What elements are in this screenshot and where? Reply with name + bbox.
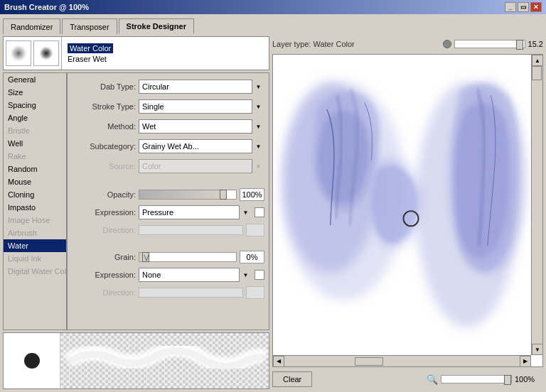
scrollbar-left-button[interactable]: ◀ bbox=[273, 356, 284, 367]
scrollbar-track-horizontal[interactable] bbox=[284, 356, 520, 366]
opacity-slider[interactable] bbox=[139, 190, 237, 200]
method-select[interactable]: Wet Dry bbox=[139, 119, 264, 134]
canvas-area[interactable]: ▲ ▼ ◀ ▶ bbox=[272, 54, 543, 367]
minimize-button[interactable]: _ bbox=[505, 2, 516, 12]
props-panel: Dab Type: Circular Static Bristle ▼ Stro… bbox=[67, 72, 269, 330]
grain-expression-checkbox[interactable] bbox=[255, 270, 264, 280]
cat-well[interactable]: Well bbox=[4, 137, 66, 150]
opacity-value: 100% bbox=[240, 188, 264, 201]
dab-type-label: Dab Type: bbox=[72, 82, 136, 91]
cat-digital-water-color[interactable]: Digital Water Color bbox=[4, 265, 66, 278]
grain-slider[interactable] bbox=[139, 252, 237, 262]
grain-row: Grain: 0% bbox=[72, 251, 264, 263]
cat-cloning[interactable]: Cloning bbox=[4, 188, 66, 201]
zoom-slider[interactable] bbox=[441, 375, 512, 383]
canvas-scrollbar-vertical[interactable]: ▲ ▼ bbox=[531, 55, 542, 355]
two-col: General Size Spacing Angle Bristle Well … bbox=[3, 72, 269, 330]
subcategory-label: Subcategory: bbox=[72, 142, 136, 151]
grain-value: 0% bbox=[240, 251, 264, 263]
source-wrapper: Color ▼ bbox=[139, 159, 264, 173]
cat-airbrush[interactable]: Airbrush bbox=[4, 227, 66, 239]
canvas-scrollbar-horizontal[interactable]: ◀ ▶ bbox=[273, 355, 531, 366]
cat-general[interactable]: General bbox=[4, 73, 66, 86]
cat-image-hose[interactable]: Image Hose bbox=[4, 214, 66, 227]
painting-svg bbox=[273, 55, 531, 355]
dab-type-wrapper: Circular Static Bristle ▼ bbox=[139, 80, 264, 94]
grain-direction-label: Direction: bbox=[72, 288, 136, 297]
zoom-row: 🔍 100% bbox=[427, 374, 543, 385]
source-select[interactable]: Color bbox=[139, 159, 264, 173]
grain-expression-select[interactable]: None Pressure Velocity bbox=[139, 268, 252, 282]
category-list: General Size Spacing Angle Bristle Well … bbox=[3, 72, 67, 330]
preview-dot-area bbox=[4, 333, 60, 388]
stroke-type-label: Stroke Type: bbox=[72, 102, 136, 111]
opacity-direction-label: Direction: bbox=[72, 226, 136, 234]
brush-name-eraser-wet[interactable]: Eraser Wet bbox=[68, 55, 113, 63]
tab-transposer[interactable]: Transposer bbox=[62, 18, 117, 34]
cat-bristle[interactable]: Bristle bbox=[4, 124, 66, 137]
cat-angle[interactable]: Angle bbox=[4, 111, 66, 124]
canvas-top-slider[interactable] bbox=[454, 40, 525, 48]
main-container: Randomizer Transposer Stroke Designer bbox=[0, 14, 546, 392]
preview-stroke-area bbox=[60, 333, 269, 388]
cat-water[interactable]: Water bbox=[4, 239, 66, 252]
canvas-slider-value: 15.2 bbox=[528, 40, 543, 48]
method-row: Method: Wet Dry ▼ bbox=[72, 119, 264, 134]
stroke-type-select[interactable]: Single Multi bbox=[139, 99, 264, 114]
opacity-expression-label: Expression: bbox=[72, 208, 136, 217]
title-text: Brush Creator @ 100% bbox=[4, 3, 89, 11]
cat-mouse[interactable]: Mouse bbox=[4, 175, 66, 188]
brush-dot-preview bbox=[24, 353, 40, 369]
opacity-row: Opacity: 100% bbox=[72, 188, 264, 201]
source-label: Source: bbox=[72, 162, 136, 170]
bottom-bar: Clear 🔍 100% bbox=[272, 369, 543, 389]
grain-expression-wrapper: None Pressure Velocity ▼ bbox=[139, 268, 252, 282]
subcategory-wrapper: Grainy Wet Ab... Soft Wet ▼ bbox=[139, 139, 264, 153]
clear-button[interactable]: Clear bbox=[272, 371, 312, 387]
opacity-label: Opacity: bbox=[72, 190, 136, 199]
content-area: Water Color Eraser Wet General Size Spac… bbox=[3, 36, 543, 389]
svg-point-1 bbox=[39, 46, 53, 60]
scrollbar-thumb-vertical[interactable] bbox=[532, 66, 542, 80]
cat-rake[interactable]: Rake bbox=[4, 150, 66, 163]
scrollbar-thumb-horizontal[interactable] bbox=[355, 357, 383, 366]
tab-stroke-designer[interactable]: Stroke Designer bbox=[119, 18, 194, 34]
grain-direction-slider bbox=[139, 288, 243, 298]
grain-label: Grain: bbox=[72, 253, 136, 261]
scrollbar-up-button[interactable]: ▲ bbox=[532, 55, 543, 66]
canvas-color-dot bbox=[443, 40, 451, 48]
svg-point-0 bbox=[10, 45, 27, 62]
close-button[interactable]: ✕ bbox=[530, 2, 542, 12]
brush-thumb-2[interactable] bbox=[33, 40, 59, 66]
cat-size[interactable]: Size bbox=[4, 86, 66, 99]
opacity-expression-wrapper: Pressure Velocity None ▼ bbox=[139, 205, 252, 219]
scrollbar-right-button[interactable]: ▶ bbox=[520, 356, 531, 367]
brush-thumb-1[interactable] bbox=[6, 40, 31, 66]
cat-liquid-ink[interactable]: Liquid Ink bbox=[4, 252, 66, 265]
brush-previews bbox=[4, 37, 62, 70]
maximize-button[interactable]: ▭ bbox=[518, 2, 529, 12]
subcategory-row: Subcategory: Grainy Wet Ab... Soft Wet ▼ bbox=[72, 138, 264, 154]
brush-selector: Water Color Eraser Wet bbox=[3, 36, 269, 70]
scrollbar-down-button[interactable]: ▼ bbox=[532, 344, 543, 355]
opacity-expression-checkbox[interactable] bbox=[255, 207, 264, 217]
method-wrapper: Wet Dry ▼ bbox=[139, 119, 264, 134]
cat-impasto[interactable]: Impasto bbox=[4, 201, 66, 214]
zoom-icon: 🔍 bbox=[427, 374, 438, 385]
opacity-expression-select[interactable]: Pressure Velocity None bbox=[139, 205, 252, 219]
grain-direction-value bbox=[246, 286, 264, 299]
cat-spacing[interactable]: Spacing bbox=[4, 99, 66, 111]
grain-direction-row: Direction: bbox=[72, 286, 264, 299]
dab-type-select[interactable]: Circular Static Bristle bbox=[139, 80, 264, 94]
tabs-row: Randomizer Transposer Stroke Designer bbox=[3, 17, 543, 34]
stroke-type-row: Stroke Type: Single Multi ▼ bbox=[72, 99, 264, 114]
grain-expression-label: Expression: bbox=[72, 271, 136, 279]
tab-randomizer[interactable]: Randomizer bbox=[3, 18, 60, 34]
brush-name-water-color[interactable]: Water Color bbox=[68, 43, 113, 53]
cat-random[interactable]: Random bbox=[4, 163, 66, 175]
title-bar-buttons: _ ▭ ✕ bbox=[505, 2, 542, 12]
source-row: Source: Color ▼ bbox=[72, 158, 264, 174]
opacity-direction-value bbox=[246, 224, 264, 236]
subcategory-select[interactable]: Grainy Wet Ab... Soft Wet bbox=[139, 139, 264, 153]
title-bar: Brush Creator @ 100% _ ▭ ✕ bbox=[0, 0, 546, 14]
